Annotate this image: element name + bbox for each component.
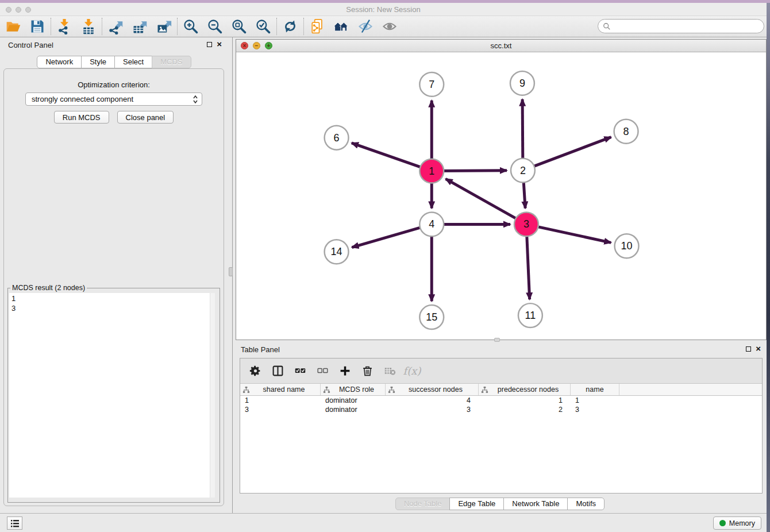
tab-network-table[interactable]: Network Table xyxy=(503,498,568,510)
table-close-icon[interactable]: × xyxy=(756,344,761,354)
float-panel-icon[interactable] xyxy=(207,42,212,47)
network-view-titlebar[interactable]: × − + scc.txt xyxy=(236,40,766,52)
column-hierarchy-icon xyxy=(388,386,395,394)
graph-node-6[interactable]: 6 xyxy=(325,126,349,150)
apply-preferred-layout-icon[interactable] xyxy=(282,18,299,35)
table-float-icon[interactable] xyxy=(746,346,751,352)
graph-edge-2-8[interactable] xyxy=(523,137,611,171)
zoom-in-icon[interactable] xyxy=(182,18,199,35)
tab-node-table[interactable]: Node Table xyxy=(395,498,451,510)
export-table-icon[interactable] xyxy=(131,18,148,35)
select-all-icon[interactable] xyxy=(293,364,307,378)
table-cell[interactable]: 3 xyxy=(386,405,479,414)
close-panel-button[interactable]: Close panel xyxy=(117,111,174,124)
open-file-icon[interactable] xyxy=(5,18,22,35)
panel-splitter[interactable] xyxy=(228,37,233,513)
svg-text:14: 14 xyxy=(331,246,342,257)
tab-edge-table[interactable]: Edge Table xyxy=(449,498,504,510)
tab-network[interactable]: Network xyxy=(37,56,82,68)
graph-node-2[interactable]: 2 xyxy=(511,159,535,183)
splitter-grip[interactable] xyxy=(229,267,233,276)
search-input[interactable] xyxy=(611,21,764,32)
task-history-button[interactable] xyxy=(7,516,22,530)
column-hierarchy-icon xyxy=(481,386,488,394)
export-network-icon[interactable] xyxy=(107,18,124,35)
table-cell[interactable]: 3 xyxy=(571,405,619,414)
import-network-icon[interactable] xyxy=(56,18,73,35)
tab-mcds[interactable]: MCDS xyxy=(152,56,191,68)
work-area: × − + scc.txt 7968124314101511 Table Pan… xyxy=(233,37,767,513)
svg-text:11: 11 xyxy=(525,310,536,321)
toolbar-group xyxy=(178,18,276,35)
export-image-icon[interactable] xyxy=(155,18,172,35)
graph-node-8[interactable]: 8 xyxy=(614,119,638,144)
tab-select[interactable]: Select xyxy=(114,56,152,68)
close-panel-icon[interactable]: × xyxy=(217,39,222,49)
show-all-icon[interactable] xyxy=(381,18,398,35)
table-cell[interactable]: 1 xyxy=(479,396,571,405)
graph-node-11[interactable]: 11 xyxy=(518,303,542,327)
table-cell[interactable]: 1 xyxy=(240,396,321,405)
delete-column-icon[interactable] xyxy=(360,364,374,378)
save-session-icon[interactable] xyxy=(29,18,46,35)
zoom-out-icon[interactable] xyxy=(206,18,224,35)
zoom-selected-icon[interactable] xyxy=(255,18,272,35)
control-panel-title: Control Panel xyxy=(8,41,53,49)
memory-label: Memory xyxy=(729,519,755,527)
column-header-predecessor-nodes[interactable]: predecessor nodes xyxy=(479,384,571,395)
toolbar-group xyxy=(51,18,102,35)
column-header-successor-nodes[interactable]: successor nodes xyxy=(386,384,479,395)
column-view-icon[interactable] xyxy=(271,364,284,378)
import-table-icon[interactable] xyxy=(80,18,97,35)
mcds-result-box[interactable]: 1 3 xyxy=(9,293,215,498)
graph-node-10[interactable]: 10 xyxy=(615,234,639,258)
table-header-row: shared nameMCDS rolesuccessor nodesprede… xyxy=(240,384,762,396)
svg-text:10: 10 xyxy=(621,240,633,252)
memory-button[interactable]: Memory xyxy=(713,516,761,530)
table-cell[interactable]: 3 xyxy=(240,405,321,414)
control-panel-tabs: NetworkStyleSelectMCDS xyxy=(0,56,228,68)
svg-text:15: 15 xyxy=(426,311,437,323)
clone-network-icon[interactable] xyxy=(309,18,326,35)
toolbar-group xyxy=(304,18,403,35)
graph-node-7[interactable]: 7 xyxy=(419,72,444,97)
column-header-shared-name[interactable]: shared name xyxy=(240,384,321,395)
table-row[interactable]: 3dominator323 xyxy=(240,405,762,414)
graph-node-9[interactable]: 9 xyxy=(510,71,534,95)
graph-node-4[interactable]: 4 xyxy=(419,212,444,236)
network-canvas[interactable]: 7968124314101511 xyxy=(236,52,766,340)
add-column-icon[interactable] xyxy=(338,364,352,378)
table-cell[interactable]: 4 xyxy=(386,396,479,405)
search-box[interactable] xyxy=(598,19,764,33)
tab-motifs[interactable]: Motifs xyxy=(567,498,605,510)
deselect-all-icon[interactable] xyxy=(315,364,329,378)
dropdown-spinner-icon xyxy=(192,95,198,104)
horizontal-splitter-grip[interactable] xyxy=(494,338,500,342)
table-row[interactable]: 1dominator411 xyxy=(240,396,762,405)
table-cell[interactable]: 1 xyxy=(571,396,619,405)
table-cell[interactable]: dominator xyxy=(321,396,386,405)
column-header-name[interactable]: name xyxy=(571,384,619,395)
result-scrollbar[interactable] xyxy=(210,293,215,498)
graph-edge-3-1[interactable] xyxy=(446,179,526,224)
tab-style[interactable]: Style xyxy=(81,56,115,68)
hide-selected-icon[interactable] xyxy=(357,18,374,35)
run-mcds-button[interactable]: Run MCDS xyxy=(54,111,109,124)
column-header-MCDS-role[interactable]: MCDS role xyxy=(321,384,386,395)
graph-node-15[interactable]: 15 xyxy=(419,305,444,329)
zoom-fit-icon[interactable] xyxy=(230,18,248,35)
graph-node-1[interactable]: 1 xyxy=(419,159,444,183)
graph-node-3[interactable]: 3 xyxy=(514,212,538,236)
graph-edge-3-10[interactable] xyxy=(526,224,611,242)
column-header-label: shared name xyxy=(250,385,318,394)
svg-text:1: 1 xyxy=(429,165,434,177)
mcds-result-values: 1 3 xyxy=(9,293,215,314)
status-bar: Memory xyxy=(0,513,767,532)
network-graph[interactable]: 7968124314101511 xyxy=(236,52,766,340)
table-cell[interactable]: 2 xyxy=(479,405,571,414)
gear-icon[interactable] xyxy=(248,364,262,378)
criterion-dropdown[interactable]: strongly connected component xyxy=(25,92,202,106)
first-neighbors-icon[interactable] xyxy=(333,18,350,35)
table-cell[interactable]: dominator xyxy=(321,405,386,414)
graph-node-14[interactable]: 14 xyxy=(325,240,349,264)
